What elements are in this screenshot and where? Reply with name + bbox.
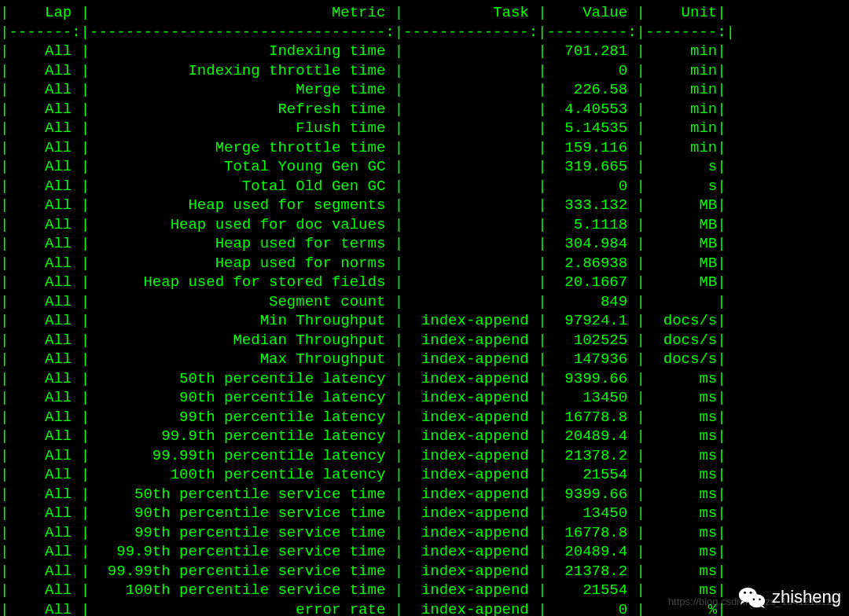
cell-unit: min <box>645 139 717 156</box>
cell-lap: All <box>9 235 80 252</box>
cell-task: index-append <box>403 370 538 387</box>
cell-metric: Merge time <box>90 81 395 98</box>
cell-unit: s <box>645 178 717 195</box>
table-row: | All | Max Throughput | index-append | … <box>0 350 726 368</box>
cell-metric: Heap used for doc values <box>90 216 395 233</box>
cell-unit: ms <box>645 524 717 541</box>
cell-task <box>403 158 538 175</box>
cell-metric: Total Young Gen GC <box>90 158 395 175</box>
cell-task <box>403 139 538 156</box>
cell-lap: All <box>9 370 80 387</box>
table-row: | All | 90th percentile latency | index-… <box>0 389 726 406</box>
table-row: | All | 99th percentile service time | i… <box>0 524 726 541</box>
cell-task: index-append <box>403 447 538 464</box>
cell-unit: min <box>645 101 717 118</box>
cell-metric: 100th percentile latency <box>90 466 395 483</box>
cell-lap: All <box>9 524 80 541</box>
cell-value: 333.132 <box>547 196 637 214</box>
cell-task: index-append <box>403 332 538 349</box>
table-row: | All | 99.9th percentile service time |… <box>0 543 726 560</box>
cell-unit: ms <box>645 447 717 464</box>
cell-lap: All <box>9 42 80 60</box>
cell-unit: min <box>645 62 717 79</box>
cell-metric: 99.99th percentile latency <box>90 447 395 464</box>
table-row: | All | 99.99th percentile latency | ind… <box>0 447 726 464</box>
cell-lap: All <box>9 504 80 522</box>
cell-metric: 99.9th percentile latency <box>90 427 395 445</box>
cell-unit: s <box>645 158 717 175</box>
cell-task: index-append <box>403 409 538 426</box>
cell-task <box>403 62 538 79</box>
table-row: | All | 99.9th percentile latency | inde… <box>0 427 726 445</box>
cell-lap: All <box>9 427 80 445</box>
table-header-row: | Lap | Metric | Task | Value | Unit| <box>0 4 726 21</box>
cell-task <box>403 196 538 214</box>
cell-value: 9399.66 <box>547 486 637 503</box>
cell-metric: Heap used for stored fields <box>90 273 395 291</box>
table-row: | All | Merge throttle time | | 159.116 … <box>0 139 726 156</box>
cell-lap: All <box>9 178 80 195</box>
table-row: | All | Refresh time | | 4.40553 | min| <box>0 101 726 118</box>
cell-unit: min <box>645 81 717 98</box>
svg-point-3 <box>750 592 752 594</box>
cell-value: 20489.4 <box>547 427 637 445</box>
cell-task: index-append <box>403 563 538 580</box>
cell-value: 21554 <box>547 581 637 599</box>
cell-lap: All <box>9 139 80 156</box>
cell-metric: 50th percentile latency <box>90 370 395 387</box>
cell-value: 2.86938 <box>547 255 637 272</box>
cell-value: 21378.2 <box>547 563 637 580</box>
cell-lap: All <box>9 486 80 503</box>
cell-unit: ms <box>645 486 717 503</box>
cell-lap: All <box>9 581 80 599</box>
cell-unit: min <box>645 42 717 60</box>
cell-lap: All <box>9 158 80 175</box>
cell-unit: docs/s <box>645 332 717 349</box>
cell-unit: ms <box>645 504 717 522</box>
cell-task: index-append <box>403 427 538 445</box>
cell-metric: Median Throughput <box>90 332 395 349</box>
cell-lap: All <box>9 563 80 580</box>
cell-lap: All <box>9 350 80 368</box>
cell-value: 147936 <box>547 350 637 368</box>
svg-point-5 <box>759 599 761 601</box>
table-row: | All | error rate | index-append | 0 | … <box>0 601 726 617</box>
cell-task <box>403 81 538 98</box>
table-row: | All | Merge time | | 226.58 | min| <box>0 81 726 98</box>
cell-metric: Max Throughput <box>90 350 395 368</box>
cell-metric: Segment count <box>90 293 395 310</box>
cell-value: 13450 <box>547 504 637 522</box>
cell-metric: 50th percentile service time <box>90 486 395 503</box>
cell-lap: All <box>9 312 80 329</box>
cell-unit: ms <box>645 409 717 426</box>
cell-metric: Min Throughput <box>90 312 395 329</box>
table-row: | All | Indexing time | | 701.281 | min| <box>0 42 726 60</box>
cell-task <box>403 119 538 137</box>
col-header-lap: Lap <box>9 4 80 21</box>
cell-lap: All <box>9 216 80 233</box>
cell-lap: All <box>9 273 80 291</box>
cell-unit: MB <box>645 255 717 272</box>
cell-value: 0 <box>547 62 637 79</box>
col-header-metric: Metric <box>90 4 395 21</box>
cell-task: index-append <box>403 350 538 368</box>
cell-task: index-append <box>403 312 538 329</box>
table-row: | All | Total Young Gen GC | | 319.665 |… <box>0 158 726 175</box>
cell-unit: min <box>645 119 717 137</box>
cell-metric: Merge throttle time <box>90 139 395 156</box>
cell-lap: All <box>9 601 80 617</box>
cell-metric: Indexing throttle time <box>90 62 395 79</box>
table-row: | All | Total Old Gen GC | | 0 | s| <box>0 178 726 195</box>
cell-metric: Heap used for segments <box>90 196 395 214</box>
cell-metric: Refresh time <box>90 101 395 118</box>
cell-metric: Total Old Gen GC <box>90 178 395 195</box>
cell-unit: MB <box>645 273 717 291</box>
cell-metric: 99th percentile service time <box>90 524 395 541</box>
wechat-icon <box>737 582 767 612</box>
cell-lap: All <box>9 466 80 483</box>
cell-unit: MB <box>645 216 717 233</box>
cell-task: index-append <box>403 543 538 560</box>
cell-task <box>403 273 538 291</box>
cell-value: 97924.1 <box>547 312 637 329</box>
cell-value: 304.984 <box>547 235 637 252</box>
